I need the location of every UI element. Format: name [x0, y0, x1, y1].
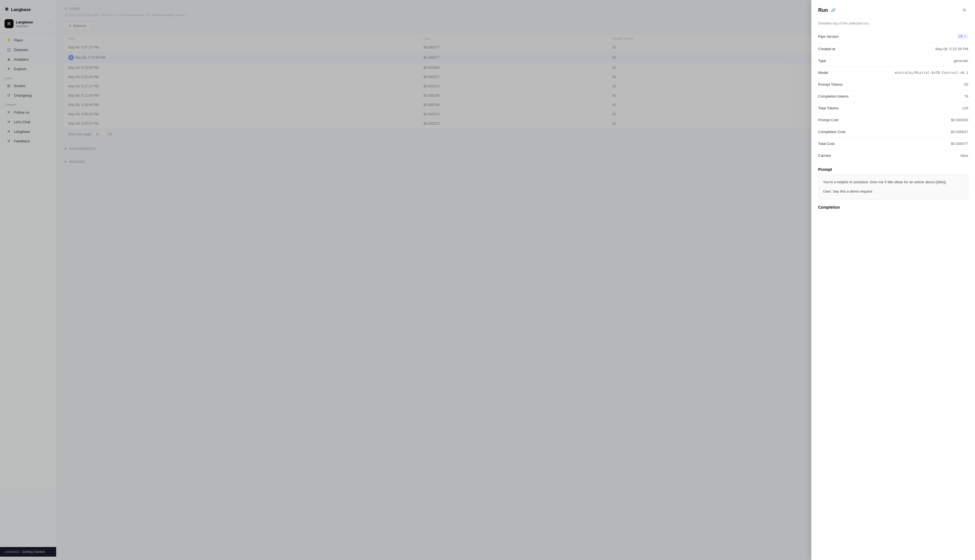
pipe-version-label: Pipe Version — [818, 34, 839, 38]
pipe-version-value[interactable]: v5 ↗ — [957, 33, 968, 39]
prompt-cost-label: Prompt Cost — [818, 118, 838, 122]
prompt-tokens-label: Prompt Tokens — [818, 82, 842, 87]
created-at-value: May 08, 5:23:38 PM — [935, 47, 968, 51]
link-icon[interactable]: 🔗 — [831, 8, 836, 12]
run-detail-panel: Run 🔗 ✕ Detailed log of the selected run… — [811, 0, 975, 560]
detail-total-cost: Total Cost $0.000077 — [818, 138, 968, 150]
cached-value: false — [961, 153, 968, 158]
modal-title: Run — [818, 7, 828, 13]
modal-title-row: Run 🔗 — [818, 7, 836, 13]
modal-close-button[interactable]: ✕ — [960, 6, 968, 14]
total-cost-value: $0.000077 — [951, 142, 968, 146]
completion-section-label: Completion — [818, 205, 968, 210]
detail-completion-cost: Completion Cost $0.000047 — [818, 126, 968, 138]
type-value: generate — [954, 58, 968, 63]
completion-section: Completion — [818, 205, 968, 210]
detail-prompt-cost: Prompt Cost $0.000030 — [818, 114, 968, 126]
detail-completion-tokens: Completion tokens 79 — [818, 90, 968, 102]
detail-created-at: Created at May 08, 5:23:38 PM — [818, 43, 968, 55]
prompt-tokens-value: 50 — [964, 82, 968, 87]
prompt-cost-value: $0.000030 — [951, 118, 968, 122]
completion-tokens-label: Completion tokens — [818, 94, 849, 98]
modal-body: Pipe Version v5 ↗ Created at May 08, 5:2… — [811, 30, 975, 219]
completion-tokens-value: 79 — [964, 94, 968, 98]
type-label: Type — [818, 58, 826, 63]
detail-total-tokens: Total Tokens 129 — [818, 102, 968, 114]
external-link-icon: ↗ — [964, 35, 966, 38]
detail-prompt-tokens: Prompt Tokens 50 — [818, 79, 968, 90]
model-label: Model — [818, 70, 828, 75]
cached-label: Cached — [818, 153, 831, 158]
prompt-box: You're a helpful AI assistant. Give me 5… — [818, 175, 968, 199]
modal-header: Run 🔗 ✕ — [811, 0, 975, 18]
detail-pipe-version: Pipe Version v5 ↗ — [818, 30, 968, 43]
total-tokens-value: 129 — [962, 106, 968, 110]
modal-overlay: Run 🔗 ✕ Detailed log of the selected run… — [0, 0, 975, 560]
detail-model: Model mistralai/Mixtral-8x7B-Instruct-v0… — [818, 67, 968, 79]
detail-type: Type generate — [818, 55, 968, 67]
prompt-section-label: Prompt — [818, 167, 968, 172]
completion-cost-value: $0.000047 — [951, 130, 968, 134]
prompt-section: Prompt You're a helpful AI assistant. Gi… — [818, 167, 968, 199]
prompt-line-2: User: Say this a demo request — [823, 188, 963, 195]
created-at-label: Created at — [818, 47, 835, 51]
detail-cached: Cached false — [818, 150, 968, 162]
modal-subtitle: Detailed log of the selected run. — [811, 18, 975, 30]
model-value: mistralai/Mixtral-8x7B-Instruct-v0.1 — [895, 71, 968, 75]
total-cost-label: Total Cost — [818, 142, 835, 146]
total-tokens-label: Total Tokens — [818, 106, 838, 110]
completion-cost-label: Completion Cost — [818, 130, 845, 134]
prompt-line-1: You're a helpful AI assistant. Give me 5… — [823, 179, 963, 185]
